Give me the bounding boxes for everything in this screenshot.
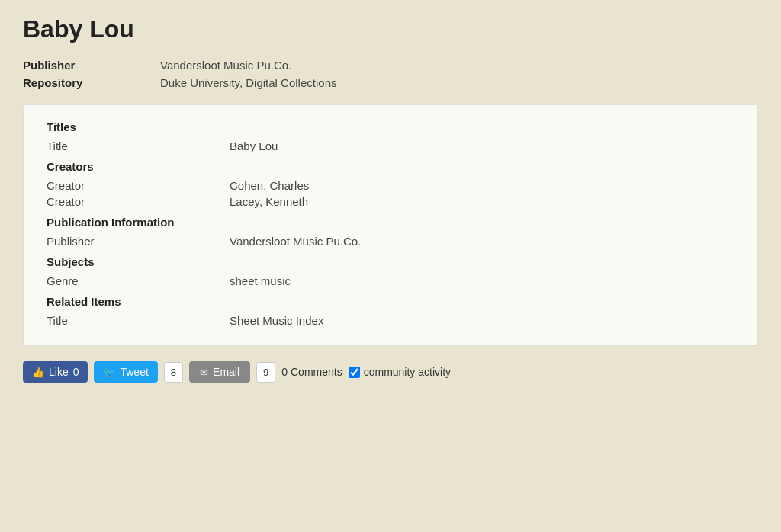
detail-row-label: Genre: [47, 274, 230, 287]
community-activity-checkbox[interactable]: [349, 367, 360, 378]
detail-row-label: Creator: [47, 195, 230, 208]
detail-row-value: Cohen, Charles: [230, 179, 309, 192]
thumbs-up-icon: [32, 366, 44, 378]
page-title: Baby Lou: [23, 15, 758, 43]
email-label: Email: [213, 366, 239, 378]
detail-section-heading: Titles: [47, 120, 734, 133]
detail-card: TitlesTitleBaby LouCreatorsCreatorCohen,…: [23, 104, 758, 346]
detail-section-heading: Subjects: [47, 255, 734, 268]
detail-row: CreatorCohen, Charles: [47, 179, 734, 192]
tweet-count: 8: [164, 362, 183, 383]
detail-row-label: Creator: [47, 179, 230, 192]
community-activity-checkbox-group: community activity: [349, 366, 451, 378]
repository-row: Repository Duke University, Digital Coll…: [23, 76, 758, 89]
detail-row: PublisherVandersloot Music Pu.Co.: [47, 235, 734, 248]
detail-row-value: Sheet Music Index: [230, 314, 323, 327]
detail-row: CreatorLacey, Kenneth: [47, 195, 734, 208]
twitter-bird-icon: [103, 366, 115, 378]
tweet-button[interactable]: Tweet: [94, 361, 157, 383]
repository-label: Repository: [23, 76, 160, 89]
comment-count-badge: 9: [256, 362, 275, 383]
detail-section-heading: Creators: [47, 160, 734, 173]
detail-row-label: Title: [47, 314, 230, 327]
like-button[interactable]: Like 0: [23, 361, 88, 383]
detail-row-value: sheet music: [230, 274, 291, 287]
publisher-value: Vandersloot Music Pu.Co.: [160, 59, 291, 72]
detail-row-value: Baby Lou: [230, 139, 278, 152]
detail-section-heading: Related Items: [47, 295, 734, 308]
like-label: Like: [49, 366, 69, 378]
tweet-label: Tweet: [120, 366, 148, 378]
meta-section: Publisher Vandersloot Music Pu.Co. Repos…: [23, 59, 758, 89]
publisher-row: Publisher Vandersloot Music Pu.Co.: [23, 59, 758, 72]
community-activity-label: community activity: [364, 366, 451, 378]
detail-row-label: Publisher: [47, 235, 230, 248]
detail-row: TitleBaby Lou: [47, 139, 734, 152]
email-button[interactable]: Email: [189, 361, 250, 383]
like-count: 0: [73, 366, 79, 378]
repository-value: Duke University, Digital Collections: [160, 76, 336, 89]
envelope-icon: [200, 366, 208, 378]
footer-bar: Like 0 Tweet 8 Email 9 0 Comments commun…: [23, 361, 758, 383]
detail-row: TitleSheet Music Index: [47, 314, 734, 327]
publisher-label: Publisher: [23, 59, 160, 72]
detail-row: Genresheet music: [47, 274, 734, 287]
detail-row-value: Lacey, Kenneth: [230, 195, 308, 208]
detail-row-value: Vandersloot Music Pu.Co.: [230, 235, 361, 248]
comments-label: 0 Comments: [281, 366, 342, 378]
detail-row-label: Title: [47, 139, 230, 152]
detail-section-heading: Publication Information: [47, 216, 734, 229]
